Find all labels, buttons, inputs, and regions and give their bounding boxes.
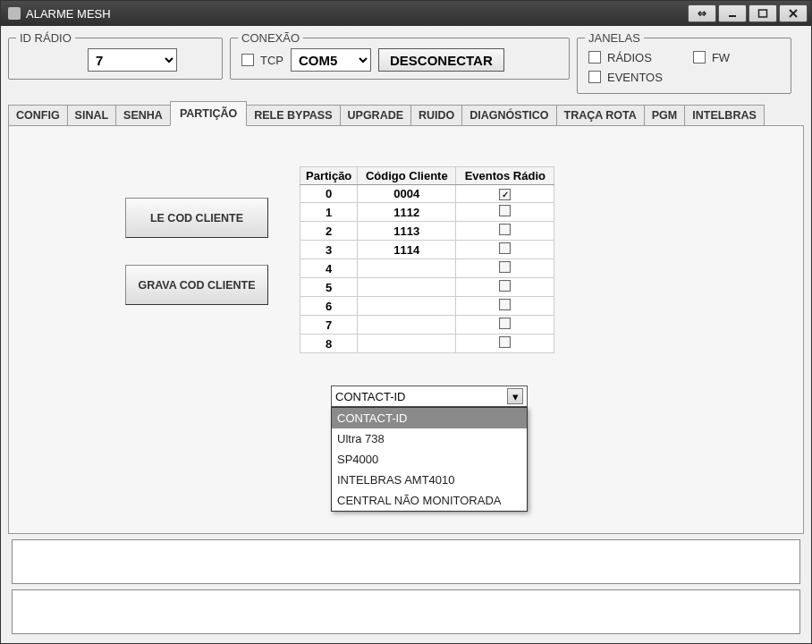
- tab-intelbras[interactable]: INTELBRAS: [684, 105, 765, 125]
- eventos-checkbox[interactable]: [499, 205, 511, 216]
- table-row: 4: [300, 259, 554, 278]
- protocol-option[interactable]: CONTACT-ID: [332, 408, 527, 428]
- group-conexao-legend: CONEXÃO: [238, 31, 303, 45]
- table-row: 21113: [300, 222, 554, 241]
- group-id-radio: ID RÁDIO 7: [8, 31, 223, 80]
- group-conexao: CONEXÃO TCP COM5 DESCONECTAR: [230, 31, 570, 80]
- resize-arrows-button[interactable]: ⇔: [688, 4, 716, 22]
- tab-rele-bypass[interactable]: RELE BYPASS: [246, 105, 340, 125]
- eventos-checkbox[interactable]: [499, 318, 511, 329]
- tab-upgrade[interactable]: UPGRADE: [340, 105, 412, 125]
- col-header-codigo: Código Cliente: [358, 167, 456, 185]
- cell-eventos[interactable]: [456, 335, 554, 353]
- cell-codigo[interactable]: [358, 297, 456, 316]
- cell-codigo[interactable]: [358, 316, 456, 335]
- cell-codigo[interactable]: [358, 259, 456, 278]
- tab-diagn-stico[interactable]: DIAGNÓSTICO: [461, 105, 556, 125]
- maximize-button[interactable]: [749, 4, 777, 22]
- disconnect-button[interactable]: DESCONECTAR: [378, 48, 504, 72]
- cell-particao: 7: [300, 316, 358, 335]
- cell-eventos[interactable]: [456, 259, 554, 278]
- table-row: 11112: [300, 203, 554, 222]
- tab-page-particao: LE COD CLIENTE GRAVA COD CLIENTE Partiçã…: [8, 126, 804, 534]
- protocol-option[interactable]: INTELBRAS AMT4010: [332, 470, 527, 490]
- protocol-combo-wrap: CONTACT-ID ▾ CONTACT-IDUltra 738SP4000IN…: [331, 386, 528, 512]
- window-title: ALARME MESH: [26, 7, 686, 21]
- tab-ruido[interactable]: RUIDO: [410, 105, 462, 125]
- tab-parti-o[interactable]: PARTIÇÃO: [170, 101, 247, 126]
- eventos-checkbox[interactable]: [499, 299, 511, 310]
- log-box-1[interactable]: [12, 539, 800, 584]
- group-id-radio-legend: ID RÁDIO: [16, 31, 75, 45]
- table-row: 5: [300, 278, 554, 297]
- app-window: ALARME MESH ⇔ ID RÁDIO 7 CONEXÃO: [0, 0, 812, 644]
- tab-config[interactable]: CONFIG: [8, 105, 68, 125]
- chevron-down-icon: ▾: [507, 388, 523, 404]
- cell-codigo[interactable]: 0004: [358, 185, 456, 203]
- table-row: 31114: [300, 241, 554, 259]
- tab-tra-a-rota[interactable]: TRAÇA ROTA: [556, 105, 645, 125]
- cell-codigo[interactable]: [358, 335, 456, 353]
- protocol-selected: CONTACT-ID: [335, 390, 405, 403]
- protocol-dropdown-list: CONTACT-IDUltra 738SP4000INTELBRAS AMT40…: [331, 407, 528, 512]
- cell-eventos[interactable]: [456, 185, 554, 203]
- client-area: ID RÁDIO 7 CONEXÃO TCP COM5 DESCONECTAR: [1, 26, 811, 643]
- app-icon: [8, 7, 21, 20]
- protocol-option[interactable]: SP4000: [332, 449, 527, 470]
- log-box-2[interactable]: [12, 589, 800, 634]
- cell-eventos[interactable]: [456, 203, 554, 222]
- cell-eventos[interactable]: [456, 297, 554, 316]
- col-header-eventos: Eventos Rádio: [456, 167, 554, 185]
- protocol-option[interactable]: CENTRAL NÃO MONITORADA: [332, 490, 527, 511]
- protocol-option[interactable]: Ultra 738: [332, 428, 527, 449]
- col-header-particao: Partição: [300, 167, 358, 185]
- table-row: 00004: [300, 185, 554, 203]
- port-combo[interactable]: COM5: [291, 48, 371, 72]
- cell-codigo[interactable]: 1112: [358, 203, 456, 222]
- minimize-button[interactable]: [718, 4, 747, 22]
- eventos-checkbox[interactable]: [499, 261, 511, 273]
- id-radio-combo[interactable]: 7: [88, 48, 177, 72]
- titlebar: ALARME MESH ⇔: [1, 1, 811, 26]
- eventos-checkbox[interactable]: [499, 224, 511, 235]
- tab-pgm[interactable]: PGM: [644, 105, 685, 125]
- janelas-fw-checkbox[interactable]: FW: [689, 48, 730, 66]
- tcp-checkbox[interactable]: TCP: [238, 51, 283, 69]
- janelas-eventos-checkbox[interactable]: EVENTOS: [585, 68, 663, 86]
- tcp-checkbox-input[interactable]: [241, 54, 254, 66]
- protocol-combo[interactable]: CONTACT-ID ▾: [331, 386, 528, 407]
- table-row: 7: [300, 316, 554, 335]
- cell-particao: 0: [300, 185, 358, 203]
- tab-senha[interactable]: SENHA: [115, 105, 171, 125]
- eventos-checkbox[interactable]: [499, 242, 511, 254]
- eventos-checkbox[interactable]: [499, 280, 511, 292]
- cell-codigo[interactable]: 1113: [358, 222, 456, 241]
- tab-bar: CONFIGSINALSENHAPARTIÇÃORELE BYPASSUPGRA…: [8, 101, 804, 126]
- cell-codigo[interactable]: [358, 278, 456, 297]
- partition-table: Partição Código Cliente Eventos Rádio 00…: [300, 166, 554, 353]
- group-janelas: JANELAS RÁDIOS EVENTOS: [577, 31, 791, 94]
- cell-particao: 8: [300, 335, 358, 353]
- cell-eventos[interactable]: [456, 316, 554, 335]
- cell-particao: 3: [300, 241, 358, 259]
- tab-sinal[interactable]: SINAL: [67, 105, 117, 125]
- cell-eventos[interactable]: [456, 222, 554, 241]
- eventos-checkbox[interactable]: [499, 336, 511, 348]
- table-row: 6: [300, 297, 554, 316]
- cell-particao: 2: [300, 222, 358, 241]
- write-client-code-button[interactable]: GRAVA COD CLIENTE: [125, 265, 268, 305]
- tcp-label: TCP: [260, 54, 283, 67]
- group-janelas-legend: JANELAS: [585, 31, 644, 45]
- janelas-radios-checkbox[interactable]: RÁDIOS: [585, 48, 663, 66]
- close-button[interactable]: [779, 4, 808, 22]
- cell-particao: 4: [300, 259, 358, 278]
- read-client-code-button[interactable]: LE COD CLIENTE: [125, 198, 268, 238]
- eventos-checkbox[interactable]: [499, 189, 511, 200]
- cell-codigo[interactable]: 1114: [358, 241, 456, 259]
- log-panels: [8, 534, 804, 638]
- cell-eventos[interactable]: [456, 241, 554, 259]
- cell-eventos[interactable]: [456, 278, 554, 297]
- cell-particao: 5: [300, 278, 358, 297]
- table-row: 8: [300, 335, 554, 353]
- cell-particao: 1: [300, 203, 358, 222]
